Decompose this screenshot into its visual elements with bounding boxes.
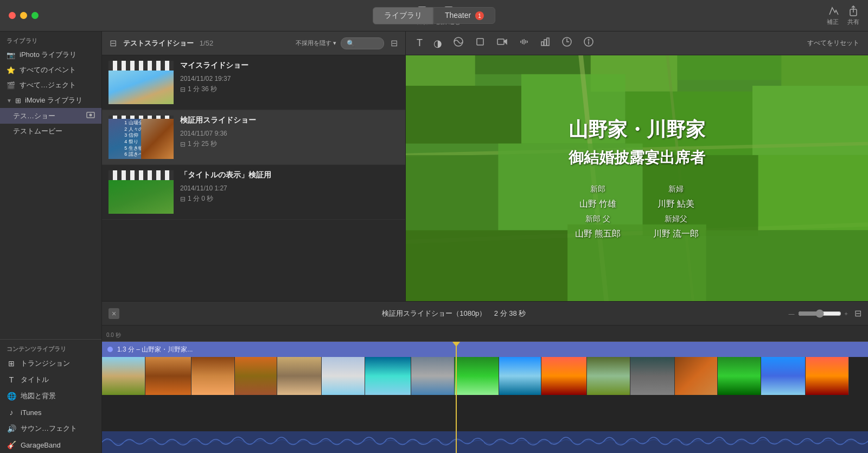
search-input[interactable] — [341, 37, 384, 49]
theater-badge: 1 — [475, 11, 484, 20]
sidebar-item-imovie-lib[interactable]: ▼ ⊞ iMovie ライブラリ — [0, 93, 101, 108]
chart-tool-button[interactable] — [538, 35, 553, 51]
film-frame — [235, 357, 277, 395]
window-controls — [9, 12, 39, 19]
svg-rect-10 — [477, 39, 483, 45]
sidebar-item-slideshow[interactable]: テス…ショー — [0, 108, 101, 124]
film-frame — [718, 357, 761, 395]
credit-shinpu-father: 新婦父 — [653, 214, 699, 224]
minimize-window-button[interactable] — [20, 12, 27, 19]
content-lib-item-maps[interactable]: 🌐 地図と背景 — [0, 388, 101, 404]
preview-area: T ◑ — [406, 31, 868, 301]
film-frame — [587, 357, 630, 395]
garageband-icon: 🎸 — [7, 440, 16, 450]
grid-view-button[interactable]: ⊟ — [388, 37, 400, 49]
list-item[interactable]: 「タイトルの表示」検証用 2014/11/10 1:27 ⊟1 分 0 秒 — [102, 165, 405, 220]
top-section: ⊟ テストスライドショー 1/52 不採用を隠す ▾ ⊟ — [102, 31, 868, 301]
close-window-button[interactable] — [9, 12, 16, 19]
content-lib-item-sound[interactable]: 🔊 サウン…フェクト — [0, 420, 101, 437]
svg-point-8 — [90, 114, 92, 117]
library-item-date: 2014/11/07 9:36 — [180, 130, 399, 137]
svg-rect-14 — [544, 40, 546, 46]
timeline-section: × 検証用スライドショー（1080p） 2 分 38 秒 — + ⊟ 0.0 秒 — [102, 301, 868, 453]
sidebar-all-projects-label: すべて…ジェクト — [20, 80, 76, 90]
library-item-title: マイスライドショー — [180, 61, 399, 71]
sidebar-toggle-button[interactable]: ⊟ — [107, 37, 119, 49]
titlebar: 新規 読み込む ライブラリ Theater 1 補正 — [0, 0, 868, 31]
main-area: ライブラリ 📷 iPhoto ライブラリ ⭐ すべてのイベント 🎬 すべて…ジェ… — [0, 31, 868, 453]
correct-button[interactable]: 補正 — [827, 5, 839, 26]
theater-tab-button[interactable]: Theater 1 — [433, 7, 495, 24]
share-button[interactable]: 共有 — [847, 5, 859, 26]
film-frame — [411, 357, 455, 395]
thumb-slideshow1 — [108, 61, 174, 104]
grid-icon: ⊞ — [14, 96, 23, 105]
content-library-label: コンテンツライブラリ — [0, 340, 101, 355]
library-item-info: 検証用スライドショー 2014/11/07 9:36 ⊟1 分 25 秒 — [180, 116, 399, 149]
sidebar-item-all-projects[interactable]: 🎬 すべて…ジェクト — [0, 78, 101, 93]
sidebar-item-movie[interactable]: テストムービー — [0, 124, 101, 139]
playhead[interactable] — [456, 342, 457, 453]
credit-kawano2: 川野 流一郎 — [653, 228, 699, 240]
library-tab-button[interactable]: ライブラリ — [373, 7, 433, 24]
svg-rect-11 — [497, 39, 504, 44]
slideshow-icon — [86, 111, 95, 121]
iphoto-icon: 📷 — [7, 50, 15, 59]
hide-rejected-button[interactable]: 不採用を隠す ▾ — [296, 39, 336, 47]
svg-rect-15 — [547, 38, 549, 46]
film-frame — [675, 357, 718, 395]
reset-all-button[interactable]: すべてをリセット — [807, 39, 859, 48]
preview-toolbar: T ◑ — [406, 31, 868, 55]
list-item[interactable]: 1 山場全景 2 人々の暮らし 3 信仰 4 祭り 5 生き物たち 6 謡きへ — [102, 110, 405, 165]
library-item-title: 「タイトルの表示」検証用 — [180, 170, 399, 180]
credit-shinpu: 新婦 — [653, 184, 699, 194]
filter-tool-button[interactable] — [451, 35, 466, 51]
library-item-duration: ⊟1 分 0 秒 — [180, 194, 399, 203]
credit-shinro: 新郎 — [575, 184, 621, 194]
itunes-icon: ♪ — [7, 407, 16, 417]
timeline-toolbar: × 検証用スライドショー（1080p） 2 分 38 秒 — + ⊟ — [102, 302, 868, 326]
content-lib-label-sound: サウン…フェクト — [21, 424, 77, 433]
film-frame — [192, 357, 235, 395]
library-item-duration: ⊟1 分 25 秒 — [180, 139, 399, 149]
speed-tool-button[interactable] — [559, 35, 575, 51]
sound-icon: 🔊 — [7, 424, 16, 433]
library-list: マイスライドショー 2014/11/02 19:37 ⊟1 分 36 秒 — [102, 55, 405, 301]
content-lib-item-itunes[interactable]: ♪ iTunes — [0, 404, 101, 420]
library-section-label: ライブラリ — [0, 31, 101, 47]
content-lib-item-garageband[interactable]: 🎸 GarageBand — [0, 437, 101, 453]
svg-point-19 — [588, 40, 589, 41]
sidebar-item-iphoto[interactable]: 📷 iPhoto ライブラリ — [0, 47, 101, 62]
timeline-film-strip — [102, 357, 868, 395]
zoom-slider[interactable] — [798, 309, 841, 318]
titlebar-right-actions: 補正 共有 — [827, 5, 859, 26]
maps-icon: 🌐 — [7, 391, 16, 401]
timeline-close-button[interactable]: × — [108, 308, 119, 319]
credit-yamano: 山野 竹雄 — [575, 199, 621, 210]
library-item-info: マイスライドショー 2014/11/02 19:37 ⊟1 分 36 秒 — [180, 61, 399, 94]
text-tool-button[interactable]: T — [414, 36, 425, 50]
list-item[interactable]: マイスライドショー 2014/11/02 19:37 ⊟1 分 36 秒 — [102, 55, 405, 110]
color-tool-button[interactable]: ◑ — [431, 36, 444, 50]
content-lib-item-transitions[interactable]: ⊞ トランジション — [0, 355, 101, 372]
library-item-duration: ⊟1 分 36 秒 — [180, 85, 399, 94]
info-tool-button[interactable] — [581, 35, 596, 51]
audio-tool-button[interactable] — [516, 35, 531, 51]
timeline-tracks: 1.3 分 – 山野家・川野家... — [102, 342, 868, 453]
library-item-date: 2014/11/02 19:37 — [180, 75, 399, 82]
collapse-icon: ▼ — [7, 98, 12, 104]
film-frame — [365, 357, 411, 395]
content-lib-item-titles[interactable]: T タイトル — [0, 372, 101, 388]
fullscreen-window-button[interactable] — [31, 12, 39, 19]
film-frame — [322, 357, 365, 395]
sidebar-item-all-events[interactable]: ⭐ すべてのイベント — [0, 62, 101, 78]
video-tool-button[interactable] — [494, 35, 509, 51]
timeline-grid-button[interactable]: ⊟ — [854, 308, 861, 318]
correct-label: 補正 — [827, 18, 839, 26]
credit-kawano: 川野 鮎美 — [653, 199, 699, 210]
credit-yamano2: 山野 熊五郎 — [575, 228, 621, 240]
preview-sub-title: 御結婚披露宴出席者 — [569, 148, 705, 168]
crop-tool-button[interactable] — [473, 35, 488, 51]
library-panel-title: テストスライドショー 1/52 — [123, 39, 291, 48]
preview-credits: 新郎 新婦 山野 竹雄 川野 鮎美 — [575, 184, 699, 240]
